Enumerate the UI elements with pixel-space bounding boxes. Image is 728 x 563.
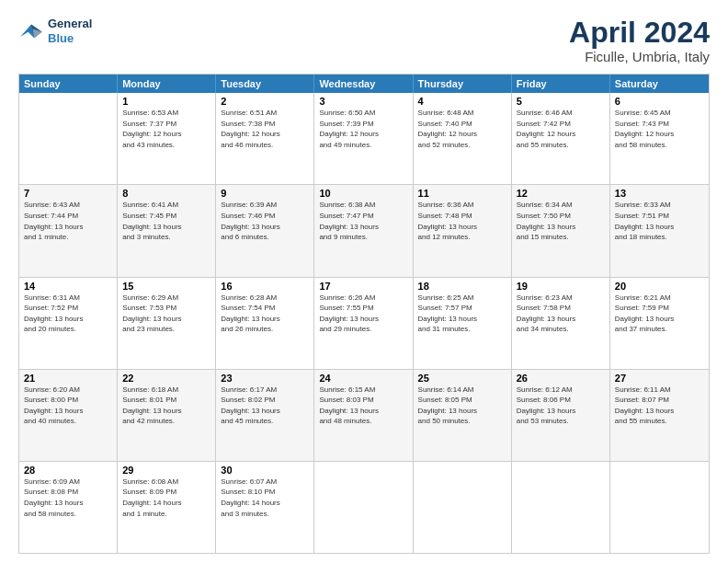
calendar-cell-w3-d1: 14Sunrise: 6:31 AMSunset: 7:52 PMDayligh… xyxy=(19,278,118,369)
calendar-title: April 2024 xyxy=(569,17,710,49)
calendar-cell-w2-d6: 12Sunrise: 6:34 AMSunset: 7:50 PMDayligh… xyxy=(512,185,610,276)
page-header: General Blue April 2024 Ficulle, Umbria,… xyxy=(18,17,710,64)
calendar-cell-w3-d7: 20Sunrise: 6:21 AMSunset: 7:59 PMDayligh… xyxy=(610,278,709,369)
calendar-cell-w1-d3: 2Sunrise: 6:51 AMSunset: 7:38 PMDaylight… xyxy=(216,93,314,184)
day-info: Sunrise: 6:31 AMSunset: 7:52 PMDaylight:… xyxy=(24,293,112,335)
day-info: Sunrise: 6:15 AMSunset: 8:03 PMDaylight:… xyxy=(319,385,407,427)
day-info: Sunrise: 6:50 AMSunset: 7:39 PMDaylight:… xyxy=(319,108,407,150)
calendar-cell-w3-d6: 19Sunrise: 6:23 AMSunset: 7:58 PMDayligh… xyxy=(512,278,610,369)
calendar-cell-w4-d2: 22Sunrise: 6:18 AMSunset: 8:01 PMDayligh… xyxy=(118,370,216,461)
day-number: 26 xyxy=(517,373,605,384)
day-info: Sunrise: 6:45 AMSunset: 7:43 PMDaylight:… xyxy=(615,108,704,150)
calendar-cell-w2-d3: 9Sunrise: 6:39 AMSunset: 7:46 PMDaylight… xyxy=(216,185,314,276)
calendar-cell-w5-d1: 28Sunrise: 6:09 AMSunset: 8:08 PMDayligh… xyxy=(19,462,118,553)
day-info: Sunrise: 6:17 AMSunset: 8:02 PMDaylight:… xyxy=(221,385,309,427)
logo: General Blue xyxy=(18,17,92,45)
day-info: Sunrise: 6:21 AMSunset: 7:59 PMDaylight:… xyxy=(615,293,704,335)
day-info: Sunrise: 6:39 AMSunset: 7:46 PMDaylight:… xyxy=(221,200,309,242)
calendar-week-2: 7Sunrise: 6:43 AMSunset: 7:44 PMDaylight… xyxy=(19,185,709,277)
header-sunday: Sunday xyxy=(19,75,118,93)
day-number: 7 xyxy=(24,188,112,199)
calendar: Sunday Monday Tuesday Wednesday Thursday… xyxy=(18,74,710,554)
calendar-cell-w4-d4: 24Sunrise: 6:15 AMSunset: 8:03 PMDayligh… xyxy=(314,370,413,461)
day-info: Sunrise: 6:25 AMSunset: 7:57 PMDaylight:… xyxy=(418,293,506,335)
day-number: 13 xyxy=(615,188,704,199)
header-monday: Monday xyxy=(118,75,216,93)
day-info: Sunrise: 6:34 AMSunset: 7:50 PMDaylight:… xyxy=(517,200,605,242)
header-friday: Friday xyxy=(512,75,610,93)
day-info: Sunrise: 6:48 AMSunset: 7:40 PMDaylight:… xyxy=(418,108,506,150)
day-number: 8 xyxy=(122,188,210,199)
day-number: 14 xyxy=(24,281,112,292)
day-info: Sunrise: 6:23 AMSunset: 7:58 PMDaylight:… xyxy=(517,293,605,335)
header-thursday: Thursday xyxy=(414,75,512,93)
day-info: Sunrise: 6:53 AMSunset: 7:37 PMDaylight:… xyxy=(122,108,210,150)
calendar-cell-w4-d6: 26Sunrise: 6:12 AMSunset: 8:06 PMDayligh… xyxy=(512,370,610,461)
day-number: 15 xyxy=(122,281,210,292)
day-info: Sunrise: 6:29 AMSunset: 7:53 PMDaylight:… xyxy=(122,293,210,335)
logo-line1: General xyxy=(48,17,92,31)
calendar-body: 1Sunrise: 6:53 AMSunset: 7:37 PMDaylight… xyxy=(19,93,709,553)
logo-icon xyxy=(18,21,44,41)
header-tuesday: Tuesday xyxy=(216,75,314,93)
day-info: Sunrise: 6:09 AMSunset: 8:08 PMDaylight:… xyxy=(24,477,112,519)
day-number: 21 xyxy=(24,373,112,384)
calendar-cell-w4-d5: 25Sunrise: 6:14 AMSunset: 8:05 PMDayligh… xyxy=(414,370,512,461)
calendar-week-1: 1Sunrise: 6:53 AMSunset: 7:37 PMDaylight… xyxy=(19,93,709,185)
day-number: 25 xyxy=(418,373,506,384)
calendar-cell-w4-d3: 23Sunrise: 6:17 AMSunset: 8:02 PMDayligh… xyxy=(216,370,314,461)
calendar-cell-w5-d6 xyxy=(512,462,610,553)
calendar-cell-w3-d2: 15Sunrise: 6:29 AMSunset: 7:53 PMDayligh… xyxy=(118,278,216,369)
day-number: 27 xyxy=(615,373,704,384)
day-info: Sunrise: 6:28 AMSunset: 7:54 PMDaylight:… xyxy=(221,293,309,335)
calendar-cell-w2-d1: 7Sunrise: 6:43 AMSunset: 7:44 PMDaylight… xyxy=(19,185,118,276)
day-info: Sunrise: 6:08 AMSunset: 8:09 PMDaylight:… xyxy=(122,477,210,519)
day-info: Sunrise: 6:11 AMSunset: 8:07 PMDaylight:… xyxy=(615,385,704,427)
day-number: 20 xyxy=(615,281,704,292)
calendar-cell-w3-d5: 18Sunrise: 6:25 AMSunset: 7:57 PMDayligh… xyxy=(414,278,512,369)
day-info: Sunrise: 6:07 AMSunset: 8:10 PMDaylight:… xyxy=(221,477,309,519)
day-info: Sunrise: 6:46 AMSunset: 7:42 PMDaylight:… xyxy=(517,108,605,150)
day-info: Sunrise: 6:20 AMSunset: 8:00 PMDaylight:… xyxy=(24,385,112,427)
day-number: 28 xyxy=(24,465,112,476)
calendar-cell-w2-d4: 10Sunrise: 6:38 AMSunset: 7:47 PMDayligh… xyxy=(314,185,413,276)
day-info: Sunrise: 6:38 AMSunset: 7:47 PMDaylight:… xyxy=(319,200,407,242)
calendar-header: Sunday Monday Tuesday Wednesday Thursday… xyxy=(19,75,709,93)
calendar-cell-w2-d5: 11Sunrise: 6:36 AMSunset: 7:48 PMDayligh… xyxy=(414,185,512,276)
calendar-cell-w4-d1: 21Sunrise: 6:20 AMSunset: 8:00 PMDayligh… xyxy=(19,370,118,461)
day-number: 17 xyxy=(319,281,407,292)
calendar-week-3: 14Sunrise: 6:31 AMSunset: 7:52 PMDayligh… xyxy=(19,278,709,370)
day-info: Sunrise: 6:33 AMSunset: 7:51 PMDaylight:… xyxy=(615,200,704,242)
day-number: 29 xyxy=(122,465,210,476)
calendar-cell-w3-d4: 17Sunrise: 6:26 AMSunset: 7:55 PMDayligh… xyxy=(314,278,413,369)
day-number: 30 xyxy=(221,465,309,476)
day-number: 4 xyxy=(418,96,506,107)
day-info: Sunrise: 6:51 AMSunset: 7:38 PMDaylight:… xyxy=(221,108,309,150)
day-info: Sunrise: 6:41 AMSunset: 7:45 PMDaylight:… xyxy=(122,200,210,242)
day-number: 24 xyxy=(319,373,407,384)
calendar-cell-w5-d7 xyxy=(610,462,709,553)
calendar-subtitle: Ficulle, Umbria, Italy xyxy=(569,49,710,64)
day-info: Sunrise: 6:36 AMSunset: 7:48 PMDaylight:… xyxy=(418,200,506,242)
day-number: 23 xyxy=(221,373,309,384)
calendar-cell-w2-d7: 13Sunrise: 6:33 AMSunset: 7:51 PMDayligh… xyxy=(610,185,709,276)
calendar-week-4: 21Sunrise: 6:20 AMSunset: 8:00 PMDayligh… xyxy=(19,370,709,462)
day-number: 19 xyxy=(517,281,605,292)
calendar-cell-w1-d1 xyxy=(19,93,118,184)
logo-line2: Blue xyxy=(48,31,92,46)
day-info: Sunrise: 6:14 AMSunset: 8:05 PMDaylight:… xyxy=(418,385,506,427)
day-number: 16 xyxy=(221,281,309,292)
day-info: Sunrise: 6:43 AMSunset: 7:44 PMDaylight:… xyxy=(24,200,112,242)
day-number: 3 xyxy=(319,96,407,107)
header-saturday: Saturday xyxy=(610,75,709,93)
calendar-cell-w5-d4 xyxy=(314,462,413,553)
day-info: Sunrise: 6:12 AMSunset: 8:06 PMDaylight:… xyxy=(517,385,605,427)
calendar-cell-w1-d6: 5Sunrise: 6:46 AMSunset: 7:42 PMDaylight… xyxy=(512,93,610,184)
day-number: 5 xyxy=(517,96,605,107)
calendar-cell-w1-d2: 1Sunrise: 6:53 AMSunset: 7:37 PMDaylight… xyxy=(118,93,216,184)
day-number: 18 xyxy=(418,281,506,292)
day-info: Sunrise: 6:26 AMSunset: 7:55 PMDaylight:… xyxy=(319,293,407,335)
day-number: 2 xyxy=(221,96,309,107)
day-info: Sunrise: 6:18 AMSunset: 8:01 PMDaylight:… xyxy=(122,385,210,427)
day-number: 6 xyxy=(615,96,704,107)
